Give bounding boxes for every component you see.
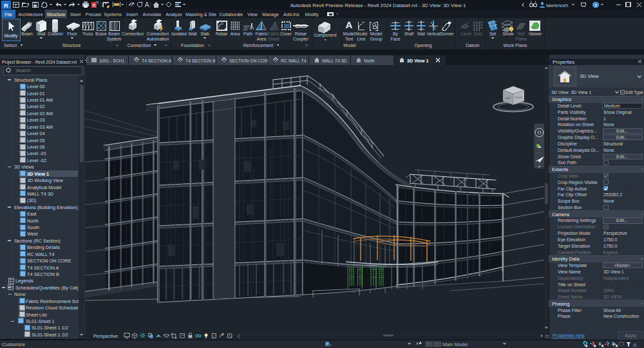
svg-text:None: None bbox=[14, 291, 25, 297]
svg-text:Shaft: Shaft bbox=[404, 32, 414, 36]
svg-text:WALL T4 3D: WALL T4 3D bbox=[27, 191, 53, 197]
svg-text:None: None bbox=[603, 148, 614, 152]
svg-text:Vertical: Vertical bbox=[427, 32, 440, 36]
svg-text:Parts Visibility: Parts Visibility bbox=[558, 110, 586, 115]
svg-text:Phasing: Phasing bbox=[552, 301, 569, 307]
svg-text:Sections (RC Section): Sections (RC Section) bbox=[14, 238, 61, 244]
svg-text:3D VIEW: 3D VIEW bbox=[603, 295, 622, 299]
svg-text:East: East bbox=[27, 211, 37, 217]
svg-text:Apply: Apply bbox=[625, 333, 636, 338]
svg-text:Project Browser - Revit 2024 D: Project Browser - Revit 2024 Dataset.rvt bbox=[2, 60, 77, 65]
svg-text:Modify: Modify bbox=[5, 33, 18, 39]
svg-text:»: » bbox=[116, 43, 118, 48]
svg-text:RIGHT: RIGHT bbox=[515, 96, 523, 99]
svg-text:Rotation on Sheet: Rotation on Sheet bbox=[558, 122, 594, 127]
svg-text:Wall: Wall bbox=[417, 32, 425, 36]
svg-text:Edit Type: Edit Type bbox=[625, 90, 643, 95]
svg-text:3D View: 3D View 1: 3D View: 3D View 1 bbox=[551, 90, 591, 95]
svg-text:Crop View: Crop View bbox=[558, 174, 579, 179]
svg-text:Analytical Model: Analytical Model bbox=[27, 185, 62, 190]
svg-text:Revision Cloud Schedule: Revision Cloud Schedule bbox=[26, 305, 79, 311]
svg-text:File: File bbox=[5, 12, 12, 17]
svg-text:3D View 1: 3D View 1 bbox=[27, 171, 49, 177]
svg-text:System: System bbox=[107, 37, 122, 42]
svg-text:Ref: Ref bbox=[518, 32, 525, 36]
svg-text:Camera Position: Camera Position bbox=[558, 250, 591, 255]
svg-text:Structure: Structure bbox=[46, 12, 65, 17]
svg-text:R: R bbox=[4, 2, 8, 9]
svg-text:Show All: Show All bbox=[603, 308, 621, 313]
svg-text:Foundation: Foundation bbox=[181, 42, 204, 48]
svg-text:Modify: Modify bbox=[305, 12, 319, 17]
svg-text:Rendering Settings: Rendering Settings bbox=[558, 218, 596, 223]
svg-text:T4 SECTION A: T4 SECTION A bbox=[142, 59, 172, 63]
svg-text:Sheet: Sheet bbox=[268, 37, 279, 41]
svg-text:RC WALL T4: RC WALL T4 bbox=[281, 59, 307, 63]
svg-text:Model: Model bbox=[355, 32, 368, 36]
svg-text:Area: Area bbox=[257, 37, 267, 41]
svg-text:Text: Text bbox=[345, 37, 354, 41]
svg-text:Work Plane: Work Plane bbox=[503, 42, 527, 48]
svg-text:Perspective: Perspective bbox=[93, 333, 118, 339]
svg-text:Bending Details: Bending Details bbox=[27, 244, 60, 250]
svg-text:(3D): (3D) bbox=[27, 197, 36, 203]
svg-text:Level 01: Level 01 bbox=[27, 91, 45, 96]
svg-text:Elevations (Building Elevation: Elevations (Building Elevation) bbox=[14, 205, 78, 210]
svg-text:3D Working View: 3D Working View bbox=[27, 178, 63, 183]
svg-text:Component: Component bbox=[314, 33, 336, 38]
svg-text:Detail Number: Detail Number bbox=[558, 116, 587, 121]
svg-text:North: North bbox=[364, 59, 375, 63]
svg-text:Sheet Name: Sheet Name bbox=[558, 295, 583, 299]
svg-text:LEFT: LEFT bbox=[506, 97, 512, 100]
svg-text:Architecture: Architecture bbox=[18, 12, 43, 17]
svg-text:Properties help: Properties help bbox=[553, 333, 585, 338]
svg-text:T4 SECTION B: T4 SECTION B bbox=[185, 59, 216, 63]
svg-text:Connection: Connection bbox=[128, 42, 151, 48]
svg-text:SECTION ON CORE: SECTION ON CORE bbox=[27, 258, 71, 264]
svg-text:Visibility/Graphics...: Visibility/Graphics... bbox=[558, 129, 597, 134]
svg-text:Phase Filter: Phase Filter bbox=[558, 308, 582, 313]
svg-text:Extents: Extents bbox=[552, 167, 569, 172]
svg-text:Fabric: Fabric bbox=[256, 32, 268, 36]
svg-text:Detail Level: Detail Level bbox=[558, 104, 582, 108]
svg-text:Sun Path: Sun Path bbox=[558, 160, 576, 165]
svg-text:Level 03 AM: Level 03 AM bbox=[27, 124, 53, 130]
svg-text:Annotate: Annotate bbox=[143, 12, 162, 17]
svg-text:View Template: View Template bbox=[558, 263, 587, 268]
svg-text:Massing & Site: Massing & Site bbox=[185, 12, 216, 17]
svg-text:Collaborate: Collaborate bbox=[220, 12, 243, 17]
svg-text:Fabric: Fabric bbox=[268, 32, 280, 36]
svg-text:Systems: Systems bbox=[104, 12, 122, 17]
svg-text:T4 SECTION B: T4 SECTION B bbox=[27, 271, 59, 277]
svg-text:Model: Model bbox=[343, 32, 355, 36]
svg-text:None: None bbox=[603, 122, 614, 127]
svg-text:Model: Model bbox=[370, 32, 383, 36]
svg-text:Graphic Display O...: Graphic Display O... bbox=[558, 135, 598, 140]
svg-text:Grid: Grid bbox=[474, 32, 482, 36]
svg-text:View Name: View Name bbox=[558, 270, 581, 274]
svg-text:Level: Level bbox=[461, 32, 472, 36]
svg-text:Autodesk Revit Preview Release: Autodesk Revit Preview Release - Revit 2… bbox=[290, 3, 466, 8]
svg-text:Automation: Automation bbox=[147, 37, 169, 41]
svg-text:None: None bbox=[603, 199, 614, 203]
svg-text:»: » bbox=[305, 43, 308, 48]
svg-text:Floor: Floor bbox=[67, 32, 77, 36]
svg-text:Identity Data: Identity Data bbox=[552, 256, 580, 262]
svg-text:Scope Box: Scope Box bbox=[558, 199, 580, 204]
svg-text:Explicit: Explicit bbox=[603, 250, 618, 255]
svg-text:Dependency: Dependency bbox=[558, 276, 583, 281]
svg-text:Medium: Medium bbox=[604, 104, 620, 108]
svg-text:Locked Orientation: Locked Orientation bbox=[558, 224, 596, 229]
svg-text:SECTION ON CORE: SECTION ON CORE bbox=[229, 59, 270, 63]
svg-text:Steel: Steel bbox=[70, 12, 81, 17]
svg-text:Isolated: Isolated bbox=[171, 32, 187, 36]
svg-text:<None>: <None> bbox=[614, 263, 630, 268]
svg-text:Path: Path bbox=[243, 32, 252, 36]
svg-text:3D View 1: 3D View 1 bbox=[407, 58, 428, 64]
svg-text:Level 02 AM: Level 02 AM bbox=[27, 111, 53, 116]
svg-text:Level 02: Level 02 bbox=[27, 104, 45, 109]
svg-text:Eye Elevation: Eye Elevation bbox=[558, 237, 585, 243]
svg-text:Rebar: Rebar bbox=[295, 32, 307, 36]
svg-text:T4 SECTION A: T4 SECTION A bbox=[27, 265, 59, 271]
svg-text:Level 06: Level 06 bbox=[27, 144, 45, 150]
